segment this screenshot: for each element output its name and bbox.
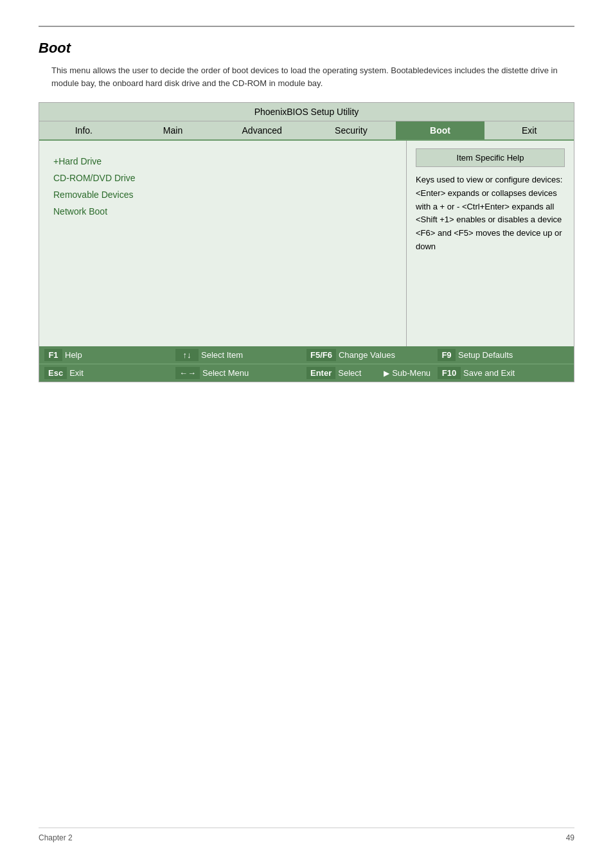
boot-item-network[interactable]: Network Boot (49, 204, 396, 219)
label-save-exit: Save and Exit (463, 368, 569, 378)
key-enter: Enter (306, 367, 335, 379)
footer-row-1: F1 Help ↑↓ Select Item F5/F6 Change Valu… (39, 346, 574, 364)
bios-menu-bar: Info. Main Advanced Security Boot Exit (39, 121, 574, 141)
label-select-menu: Select Menu (202, 368, 306, 378)
label-select-item: Select Item (201, 350, 306, 360)
label-help: Help (65, 350, 175, 360)
top-divider (39, 26, 574, 27)
key-updown: ↑↓ (175, 349, 199, 361)
label-exit: Exit (69, 368, 175, 378)
menu-item-boot[interactable]: Boot (396, 121, 485, 139)
bios-content-area: +Hard Drive CD-ROM/DVD Drive Removable D… (39, 141, 574, 346)
footer-enter-section: Enter Select ▶ Sub-Menu (306, 367, 438, 379)
page-description: This menu allows the user to decide the … (39, 64, 574, 89)
footer-f10-section: F10 Save and Exit (438, 367, 569, 379)
label-sub-menu: Sub-Menu (392, 368, 438, 378)
footer-esc-section: Esc Exit (44, 367, 175, 379)
menu-item-advanced[interactable]: Advanced (217, 121, 306, 139)
help-text: Keys used to view or configure devices: … (416, 173, 565, 254)
menu-item-info[interactable]: Info. (39, 121, 129, 139)
bios-footer: F1 Help ↑↓ Select Item F5/F6 Change Valu… (39, 346, 574, 382)
key-f9: F9 (438, 349, 456, 361)
boot-item-hard-drive[interactable]: +Hard Drive (49, 154, 396, 169)
bios-left-panel: +Hard Drive CD-ROM/DVD Drive Removable D… (39, 141, 407, 346)
label-change-values: Change Values (339, 350, 438, 360)
key-esc: Esc (44, 367, 67, 379)
item-specific-help-title: Item Specific Help (416, 148, 565, 167)
label-select: Select (338, 368, 384, 378)
footer-f1-section: F1 Help (44, 349, 175, 361)
footer-row-2: Esc Exit ←→ Select Menu Enter Select ▶ S… (39, 364, 574, 382)
key-f1: F1 (44, 349, 62, 361)
footer-updown-section: ↑↓ Select Item (175, 349, 306, 361)
boot-item-removable[interactable]: Removable Devices (49, 187, 396, 202)
boot-item-cdrom[interactable]: CD-ROM/DVD Drive (49, 170, 396, 186)
bios-setup-box: PhoenixBIOS Setup Utility Info. Main Adv… (39, 102, 574, 382)
menu-item-security[interactable]: Security (306, 121, 396, 139)
bios-right-panel: Item Specific Help Keys used to view or … (407, 141, 574, 346)
menu-item-main[interactable]: Main (129, 121, 218, 139)
footer-leftright-section: ←→ Select Menu (175, 367, 306, 379)
footer-f9-section: F9 Setup Defaults (438, 349, 569, 361)
menu-item-exit[interactable]: Exit (484, 121, 574, 139)
footer-f5f6-section: F5/F6 Change Values (306, 349, 438, 361)
submenu-arrow: ▶ (384, 369, 389, 378)
key-f10: F10 (438, 367, 461, 379)
page-footer-number: 49 (566, 833, 574, 842)
key-f5f6: F5/F6 (306, 349, 336, 361)
bios-title: PhoenixBIOS Setup Utility (254, 107, 359, 117)
page-footer-chapter: Chapter 2 (39, 833, 73, 842)
key-leftright: ←→ (175, 367, 200, 379)
label-setup-defaults: Setup Defaults (458, 350, 569, 360)
bios-title-bar: PhoenixBIOS Setup Utility (39, 103, 574, 121)
section-title: Boot (39, 40, 574, 57)
